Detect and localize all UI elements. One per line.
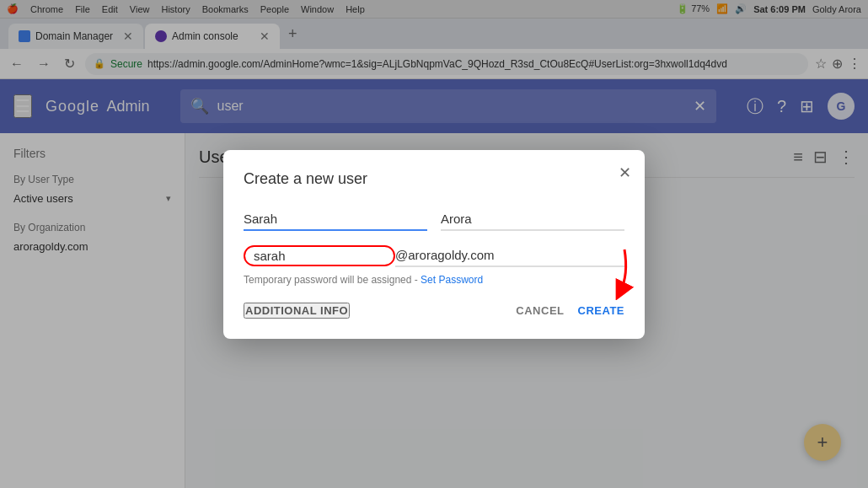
dialog-actions: ADDITIONAL INFO CANCEL CREATE: [244, 303, 624, 319]
username-row: @aroragoldy.com: [244, 244, 624, 267]
password-note: Temporary password will be assigned - Se…: [244, 274, 624, 286]
red-arrow-annotation: [574, 241, 641, 300]
dialog-close-button[interactable]: ✕: [619, 164, 631, 182]
first-name-field: [244, 208, 427, 231]
cancel-button[interactable]: CANCEL: [516, 304, 564, 317]
username-input[interactable]: [244, 245, 395, 266]
last-name-field: [441, 208, 624, 231]
first-name-input[interactable]: [244, 208, 427, 231]
additional-info-button[interactable]: ADDITIONAL INFO: [244, 303, 350, 319]
create-user-dialog: Create a new user ✕ @aroragoldy.com Temp…: [223, 150, 645, 339]
dialog-action-buttons: CANCEL CREATE: [516, 304, 624, 317]
modal-overlay: Create a new user ✕ @aroragoldy.com Temp…: [0, 0, 868, 488]
set-password-link[interactable]: Set Password: [421, 274, 483, 286]
dialog-title: Create a new user: [244, 170, 624, 188]
name-row: [244, 208, 624, 231]
create-button[interactable]: CREATE: [578, 304, 624, 317]
last-name-input[interactable]: [441, 208, 624, 231]
